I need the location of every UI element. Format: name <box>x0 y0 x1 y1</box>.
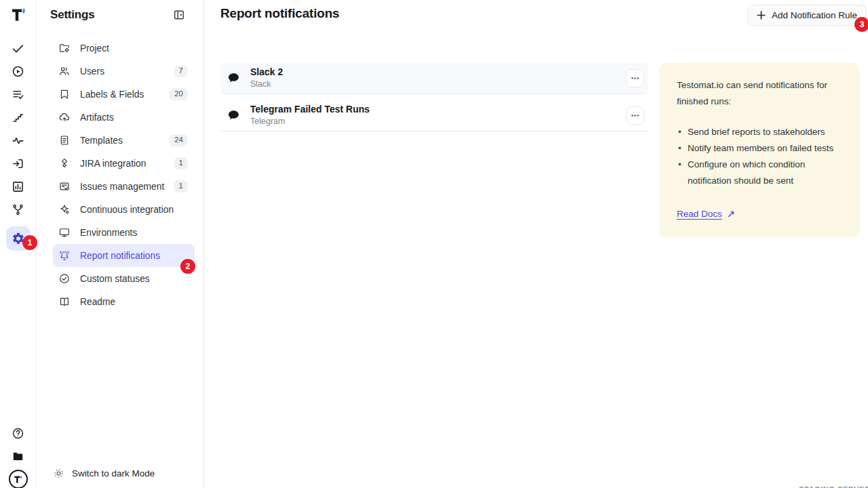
steps-stairs-icon <box>12 111 24 124</box>
info-bullet-list: Send brief reports to stakeholders Notif… <box>677 124 842 189</box>
info-bullet: Notify team members on failed tests <box>677 140 842 157</box>
tests-check-icon <box>12 42 24 55</box>
testomat-logo[interactable] <box>9 5 27 24</box>
sidebar-item-label: Issues management <box>80 182 164 192</box>
sidebar-item-issues[interactable]: Issues management 1 <box>53 175 195 198</box>
sidebar-item-count: 7 <box>174 65 188 77</box>
rail-nav <box>0 37 37 251</box>
sidebar-menu: Project Users 7 Labels & Fields 20 Artif… <box>53 37 195 313</box>
rule-text: Slack 2 Slack <box>250 67 283 89</box>
rail-item-analytics[interactable] <box>0 129 37 152</box>
info-bullet: Configure on which condition notificatio… <box>677 157 842 189</box>
sidebar-item-count: 1 <box>174 180 188 192</box>
rail-item-steps[interactable] <box>0 106 37 129</box>
projects-folder-icon <box>12 450 24 463</box>
rule-menu-button[interactable] <box>626 69 644 87</box>
sidebar-item-label: JIRA integration <box>80 159 146 169</box>
notification-rule-row[interactable]: Telegram Failed Test Runs Telegram <box>220 100 648 131</box>
dark-mode-toggle[interactable]: Switch to dark Mode <box>37 468 203 488</box>
main-header: Report notifications Add Notification Ru… <box>204 0 868 30</box>
content-area: Slack 2 Slack Telegram Failed Test Runs … <box>220 62 860 237</box>
chat-bubble-icon <box>226 71 241 85</box>
sidebar-item-artifacts[interactable]: Artifacts <box>53 106 195 129</box>
rail-item-plans[interactable] <box>0 83 37 106</box>
rule-menu-button[interactable] <box>626 106 644 125</box>
rail-item-runs[interactable] <box>0 60 37 83</box>
reports-bar-chart-icon <box>12 180 24 193</box>
templates-icon <box>58 134 71 146</box>
artifacts-icon <box>58 111 71 123</box>
sidebar-item-jira[interactable]: JIRA integration 1 <box>53 152 195 175</box>
sidebar-item-label: Labels & Fields <box>80 89 144 100</box>
project-icon <box>58 42 71 54</box>
sidebar-item-count: 1 <box>174 157 188 169</box>
rule-name: Telegram Failed Test Runs <box>250 104 370 115</box>
rail-item-reports[interactable] <box>0 175 37 198</box>
environments-icon <box>58 226 71 239</box>
sidebar-item-label: Users <box>80 66 104 77</box>
sidebar-item-readme[interactable]: Readme <box>53 290 195 313</box>
jira-icon <box>58 157 71 169</box>
rule-text: Telegram Failed Test Runs Telegram <box>250 104 370 126</box>
sidebar-item-label: Report notifications <box>80 251 160 261</box>
sidebar-item-label: Readme <box>80 297 115 307</box>
sidebar-item-project[interactable]: Project <box>53 37 195 60</box>
notifications-info-panel: Testomat.io can send notifications for f… <box>659 62 860 237</box>
annotation-badge-2: 2 <box>180 259 195 274</box>
rail-item-help[interactable] <box>0 422 37 445</box>
help-question-icon <box>12 427 24 440</box>
readme-icon <box>58 296 71 308</box>
read-docs-row: Read Docs ↗ <box>677 209 842 219</box>
notification-rule-list: Slack 2 Slack Telegram Failed Test Runs … <box>220 62 648 131</box>
add-notification-rule-button[interactable]: Add Notification Rule <box>747 5 867 26</box>
rail-item-branches[interactable] <box>0 198 37 221</box>
panel-collapse-icon[interactable] <box>174 9 184 20</box>
rail-item-account[interactable] <box>0 468 37 488</box>
ellipsis-icon <box>631 74 639 83</box>
main-content: Report notifications Add Notification Ru… <box>204 0 868 488</box>
sidebar-item-environments[interactable]: Environments <box>53 221 195 244</box>
info-intro: Testomat.io can send notifications for f… <box>677 77 842 110</box>
notifications-bell-icon <box>58 249 71 262</box>
sun-icon <box>53 468 64 479</box>
rail-item-projects[interactable] <box>0 445 37 468</box>
testomat-logo-icon <box>9 6 27 24</box>
plans-list-check-icon <box>12 88 24 101</box>
custom-statuses-icon <box>58 272 71 285</box>
import-arrow-icon <box>12 157 24 170</box>
sidebar-item-report-notifications[interactable]: Report notifications <box>53 244 195 267</box>
clipped-footer-text: STAGING SERVER <box>799 485 868 488</box>
sidebar-item-label: Environments <box>80 228 137 238</box>
external-link-arrow-icon: ↗ <box>727 209 736 219</box>
rail-item-import[interactable] <box>0 152 37 175</box>
sidebar-item-labels-fields[interactable]: Labels & Fields 20 <box>53 83 195 106</box>
chat-bubble-icon <box>226 108 241 123</box>
plus-icon <box>757 11 766 20</box>
dark-mode-label: Switch to dark Mode <box>72 468 155 479</box>
runs-play-icon <box>12 65 24 78</box>
issues-management-icon <box>58 180 71 192</box>
read-docs-link[interactable]: Read Docs <box>677 209 722 219</box>
sidebar-item-ci[interactable]: Continuous integration <box>53 198 195 221</box>
account-avatar <box>9 470 28 488</box>
notification-rule-row[interactable]: Slack 2 Slack <box>220 62 648 94</box>
page-title: Report notifications <box>220 6 339 21</box>
users-icon <box>58 65 71 77</box>
continuous-integration-icon <box>58 203 71 216</box>
sidebar-item-label: Artifacts <box>80 113 114 123</box>
sidebar-item-custom-statuses[interactable]: Custom statuses <box>53 267 195 290</box>
annotation-badge-3: 3 <box>854 17 868 32</box>
sidebar-item-count: 20 <box>170 88 188 100</box>
sidebar-item-users[interactable]: Users 7 <box>53 60 195 83</box>
annotation-badge-1: 1 <box>22 235 37 250</box>
rail-item-tests[interactable] <box>0 37 37 60</box>
rule-channel: Slack <box>250 80 283 89</box>
sidebar-item-label: Project <box>80 43 109 54</box>
ellipsis-icon <box>631 111 639 120</box>
info-bullet: Send brief reports to stakeholders <box>677 124 842 140</box>
analytics-pulse-icon <box>12 134 24 147</box>
sidebar-item-label: Custom statuses <box>80 274 150 284</box>
sidebar-item-label: Continuous integration <box>80 205 174 215</box>
sidebar-item-templates[interactable]: Templates 24 <box>53 129 195 152</box>
sidebar-item-label: Templates <box>80 136 123 146</box>
